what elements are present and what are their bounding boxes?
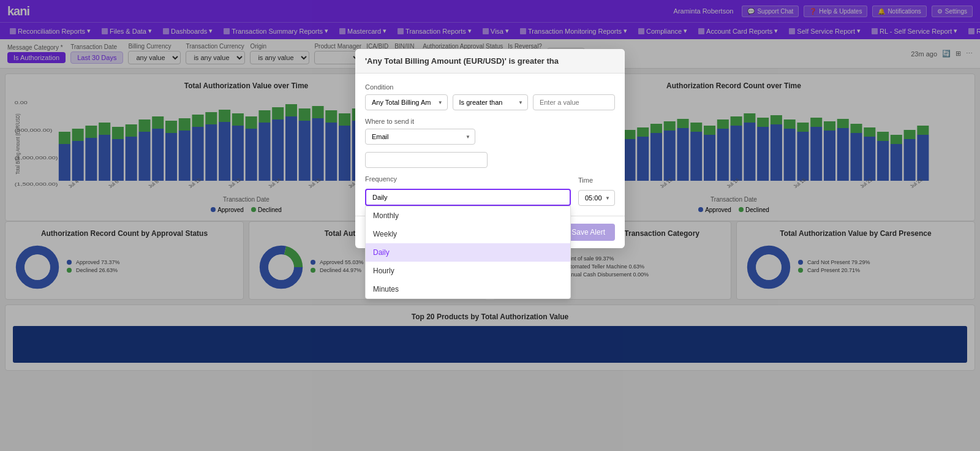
modal-title: 'Any Total Billing Amount (EUR/USD)' is … <box>365 56 615 66</box>
minutes-option[interactable]: Minutes <box>366 280 570 298</box>
hourly-option[interactable]: Hourly <box>366 262 570 280</box>
send-method-wrap[interactable]: Email <box>365 129 475 145</box>
frequency-dropdown-menu: Monthly Weekly Daily Hourly Minutes <box>365 206 571 299</box>
condition-field-wrap[interactable]: Any Total Billing Am <box>365 94 448 110</box>
condition-operator-wrap[interactable]: Is greater than <box>453 94 528 110</box>
send-method-select[interactable]: Email <box>365 129 475 145</box>
condition-label: Condition <box>365 83 615 91</box>
condition-section: Condition Any Total Billing Am Is greate… <box>365 83 615 110</box>
modal-body: Condition Any Total Billing Am Is greate… <box>355 74 625 216</box>
frequency-group: Frequency Daily Monthly Weekly Daily Hou… <box>365 175 571 206</box>
send-section: Where to send it Email <box>365 118 615 168</box>
time-select-wrap[interactable]: 05:00 <box>578 190 615 206</box>
email-input[interactable] <box>365 152 488 168</box>
freq-time-row: Frequency Daily Monthly Weekly Daily Hou… <box>365 175 615 206</box>
alert-modal: 'Any Total Billing Amount (EUR/USD)' is … <box>355 49 625 248</box>
frequency-select-container[interactable]: Daily Monthly Weekly Daily Hourly Minute… <box>365 189 571 206</box>
time-group: Time 05:00 <box>578 176 615 206</box>
condition-row: Any Total Billing Am Is greater than <box>365 94 615 110</box>
modal-overlay: 'Any Total Billing Amount (EUR/USD)' is … <box>0 0 980 376</box>
weekly-option[interactable]: Weekly <box>366 225 570 243</box>
send-label: Where to send it <box>365 118 615 125</box>
frequency-label: Frequency <box>365 175 571 183</box>
monthly-option[interactable]: Monthly <box>366 207 570 225</box>
frequency-section: Frequency Daily Monthly Weekly Daily Hou… <box>365 175 615 206</box>
condition-operator-select[interactable]: Is greater than <box>453 94 528 110</box>
time-select[interactable]: 05:00 <box>578 190 615 206</box>
condition-value-input[interactable] <box>533 94 615 110</box>
time-label: Time <box>578 176 615 184</box>
daily-option[interactable]: Daily <box>366 243 570 262</box>
send-row: Email <box>365 129 615 145</box>
modal-header: 'Any Total Billing Amount (EUR/USD)' is … <box>355 49 625 74</box>
frequency-select[interactable]: Daily <box>365 189 571 206</box>
condition-field-select[interactable]: Any Total Billing Am <box>365 94 448 110</box>
